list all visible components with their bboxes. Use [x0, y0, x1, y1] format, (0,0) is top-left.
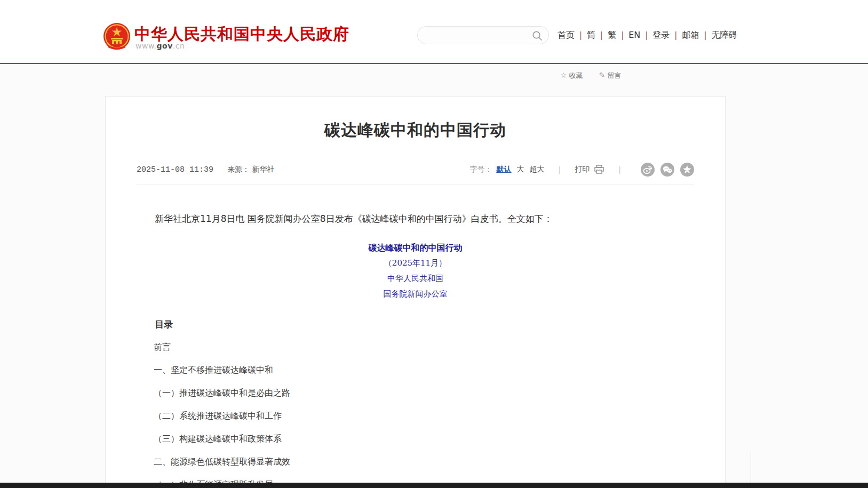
- toc-item-section2: 二、能源绿色低碳转型取得显著成效: [137, 457, 694, 467]
- nav-english[interactable]: EN: [628, 30, 640, 40]
- favorite-label: 收藏: [569, 71, 583, 79]
- publish-date: 2025-11-08 11:39: [137, 165, 213, 174]
- source: 来源： 新华社: [227, 165, 274, 174]
- fontsize-label: 字号：: [470, 165, 492, 174]
- site-url-prefix: www.: [136, 42, 157, 50]
- source-label: 来源：: [227, 165, 250, 173]
- toc-item-section1-2: （二）系统推进碳达峰碳中和工作: [137, 411, 694, 421]
- tools-separator: |: [559, 165, 561, 174]
- article-tools: 字号： 默认 大 超大 | 打印 |: [470, 163, 694, 177]
- fontsize-xlarge-button[interactable]: 超大: [530, 165, 545, 174]
- article-title: 碳达峰碳中和的中国行动: [137, 118, 694, 142]
- toc-heading: 目录: [137, 319, 694, 330]
- nav-separator: |: [600, 30, 603, 40]
- toc-item-section1-3: （三）构建碳达峰碳中和政策体系: [137, 434, 694, 444]
- print-button[interactable]: 打印: [575, 165, 604, 174]
- site-url-gov: gov: [157, 42, 173, 50]
- quick-links: ☆收藏 ✎留言: [560, 71, 621, 81]
- nav-separator: |: [704, 30, 706, 40]
- document-org-line2: 国务院新闻办公室: [137, 286, 694, 302]
- site-url-suffix: .cn: [173, 42, 185, 50]
- article-card: 碳达峰碳中和的中国行动 2025-11-08 11:39 来源： 新华社 字号：…: [105, 96, 726, 488]
- lead-paragraph: 新华社北京11月8日电 国务院新闻办公室8日发布《碳达峰碳中和的中国行动》白皮书…: [137, 211, 694, 226]
- nav-separator: |: [674, 30, 677, 40]
- document-date: （2025年11月）: [137, 255, 694, 271]
- share-icons: [635, 163, 694, 177]
- star-icon: ☆: [560, 71, 567, 79]
- toc-item-section1-1: （一）推进碳达峰碳中和是必由之路: [137, 388, 694, 398]
- top-nav: 首页|简|繁|EN|登录|邮箱|无障碍: [558, 30, 846, 41]
- search-icon[interactable]: [531, 30, 543, 42]
- print-label: 打印: [575, 165, 590, 174]
- weibo-share-icon[interactable]: [641, 163, 655, 177]
- side-widget-edge: [751, 452, 751, 483]
- document-heading-block: 碳达峰碳中和的中国行动 （2025年11月） 中华人民共和国 国务院新闻办公室: [137, 240, 694, 302]
- site-header: 中华人民共和国中央人民政府 www.gov.cn 首页|简|繁|EN|登录|邮箱…: [0, 0, 868, 63]
- comment-button[interactable]: ✎留言: [599, 71, 622, 81]
- nav-simplified[interactable]: 简: [587, 30, 595, 40]
- nav-separator: |: [579, 30, 582, 40]
- nav-login[interactable]: 登录: [652, 30, 670, 40]
- article-body: 新华社北京11月8日电 国务院新闻办公室8日发布《碳达峰碳中和的中国行动》白皮书…: [137, 211, 694, 488]
- fontsize-large-button[interactable]: 大: [517, 165, 524, 174]
- search-input[interactable]: [426, 28, 530, 43]
- search-box: [417, 26, 549, 44]
- national-emblem-logo: [103, 22, 131, 52]
- nav-home[interactable]: 首页: [558, 30, 575, 40]
- document-title: 碳达峰碳中和的中国行动: [137, 240, 694, 255]
- toc-item-preface: 前言: [137, 342, 694, 353]
- article-meta-row: 2025-11-08 11:39 来源： 新华社 字号： 默认 大 超大 | 打…: [137, 163, 694, 185]
- nav-traditional[interactable]: 繁: [608, 30, 616, 40]
- nav-accessibility[interactable]: 无障碍: [711, 30, 737, 40]
- document-org-line1: 中华人民共和国: [137, 271, 694, 286]
- nav-separator: |: [645, 30, 648, 40]
- qzone-star-share-icon[interactable]: [680, 163, 694, 177]
- comment-label: 留言: [607, 71, 621, 79]
- favorite-button[interactable]: ☆收藏: [560, 71, 583, 81]
- printer-icon: [594, 165, 604, 174]
- nav-mail[interactable]: 邮箱: [682, 30, 699, 40]
- nav-separator: |: [621, 30, 624, 40]
- pencil-icon: ✎: [599, 71, 606, 79]
- toc-item-section1: 一、坚定不移推进碳达峰碳中和: [137, 365, 694, 375]
- wechat-share-icon[interactable]: [660, 163, 674, 177]
- fontsize-default-button[interactable]: 默认: [497, 165, 512, 174]
- tools-separator: |: [618, 165, 621, 174]
- site-url: www.gov.cn: [136, 42, 185, 50]
- source-value[interactable]: 新华社: [252, 165, 274, 173]
- footer-top-edge: [0, 483, 868, 488]
